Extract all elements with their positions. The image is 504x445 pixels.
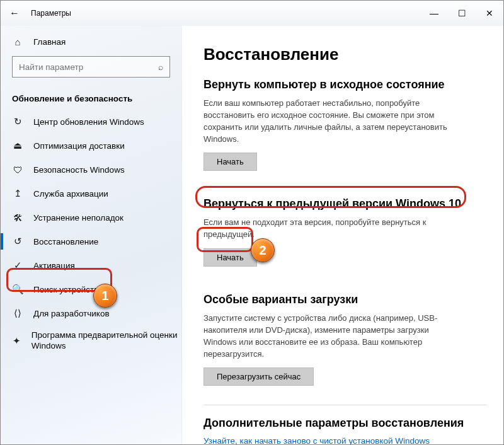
shield-icon: 🛡 bbox=[12, 165, 23, 175]
content-area: Восстановление Вернуть компьютер в исход… bbox=[182, 26, 503, 444]
sidebar-item-label: Для разработчиков bbox=[33, 309, 110, 318]
go-back-desc: Если вам не подходит эта версия, попробу… bbox=[203, 217, 462, 241]
check-icon: ✓ bbox=[12, 260, 23, 271]
sidebar-item-label: Безопасность Windows bbox=[33, 165, 125, 175]
sidebar-item-delivery-optimization[interactable]: ⏏ Оптимизация доставки bbox=[1, 134, 181, 158]
sidebar-item-windows-security[interactable]: 🛡 Безопасность Windows bbox=[1, 158, 181, 182]
sidebar-item-label: Программа предварительной оценки Windows bbox=[32, 330, 181, 352]
insider-icon: ✦ bbox=[12, 335, 21, 347]
sidebar-item-label: Центр обновления Windows bbox=[33, 117, 144, 127]
sidebar-item-backup[interactable]: ↥ Служба архивации bbox=[1, 182, 181, 205]
sidebar-category: Обновление и безопасность bbox=[1, 85, 181, 110]
advanced-startup-desc: Запустите систему с устройства либо диск… bbox=[203, 313, 462, 360]
location-icon: 🔍 bbox=[12, 284, 23, 295]
search-box[interactable]: ⌕ bbox=[12, 56, 170, 78]
sidebar-item-find-my-device[interactable]: 🔍 Поиск устройства bbox=[1, 277, 181, 301]
sidebar-item-label: Устранение неполадок bbox=[33, 213, 123, 222]
restart-now-button[interactable]: Перезагрузить сейчас bbox=[203, 367, 314, 386]
sidebar-item-insider-program[interactable]: ✦ Программа предварительной оценки Windo… bbox=[1, 325, 181, 357]
title-bar: ← Параметры — ☐ ✕ bbox=[1, 1, 503, 26]
sidebar-item-for-developers[interactable]: ⟨⟩ Для разработчиков bbox=[1, 301, 181, 325]
delivery-icon: ⏏ bbox=[12, 140, 23, 151]
minimize-button[interactable]: — bbox=[420, 1, 448, 26]
reset-pc-desc: Если ваш компьютер работает нестабильно,… bbox=[203, 98, 462, 145]
sidebar-item-windows-update[interactable]: ↻ Центр обновления Windows bbox=[1, 110, 181, 134]
more-recovery-heading: Дополнительные параметры восстановления bbox=[203, 417, 487, 430]
sidebar-item-troubleshoot[interactable]: 🛠 Устранение неполадок bbox=[1, 205, 181, 229]
sync-icon: ↻ bbox=[12, 116, 23, 127]
fresh-start-link[interactable]: Узнайте, как начать заново с чистой уста… bbox=[203, 436, 487, 444]
sidebar-item-label: Служба архивации bbox=[33, 189, 108, 199]
sidebar-home[interactable]: ⌂ Главная bbox=[1, 30, 181, 54]
code-icon: ⟨⟩ bbox=[12, 308, 23, 319]
sidebar: ⌂ Главная ⌕ Обновление и безопасность ↻ … bbox=[1, 26, 182, 444]
sidebar-home-label: Главная bbox=[33, 37, 66, 47]
reset-pc-heading: Вернуть компьютер в исходное состояние bbox=[203, 78, 487, 91]
window-title: Параметры bbox=[31, 9, 420, 18]
go-back-heading: Вернуться к предыдущей версии Windows 10 bbox=[203, 197, 487, 211]
home-icon: ⌂ bbox=[12, 37, 23, 47]
reset-pc-start-button[interactable]: Начать bbox=[203, 153, 257, 171]
sidebar-item-label: Оптимизация доставки bbox=[33, 141, 125, 151]
wrench-icon: 🛠 bbox=[12, 212, 23, 223]
search-icon: ⌕ bbox=[158, 62, 163, 72]
sidebar-item-label: Активация bbox=[33, 261, 75, 270]
page-title: Восстановление bbox=[203, 45, 487, 64]
sidebar-item-label: Восстановление bbox=[33, 237, 98, 246]
advanced-startup-heading: Особые варианты загрузки bbox=[203, 293, 487, 306]
sidebar-item-label: Поиск устройства bbox=[33, 285, 103, 294]
backup-icon: ↥ bbox=[12, 188, 23, 199]
close-button[interactable]: ✕ bbox=[476, 1, 503, 26]
go-back-start-button[interactable]: Начать bbox=[203, 248, 257, 267]
maximize-button[interactable]: ☐ bbox=[448, 1, 476, 26]
sidebar-item-recovery[interactable]: ↺ Восстановление bbox=[1, 229, 181, 253]
search-input[interactable] bbox=[19, 62, 153, 72]
sidebar-item-activation[interactable]: ✓ Активация bbox=[1, 253, 181, 277]
history-icon: ↺ bbox=[12, 236, 23, 247]
back-button[interactable]: ← bbox=[1, 1, 28, 26]
